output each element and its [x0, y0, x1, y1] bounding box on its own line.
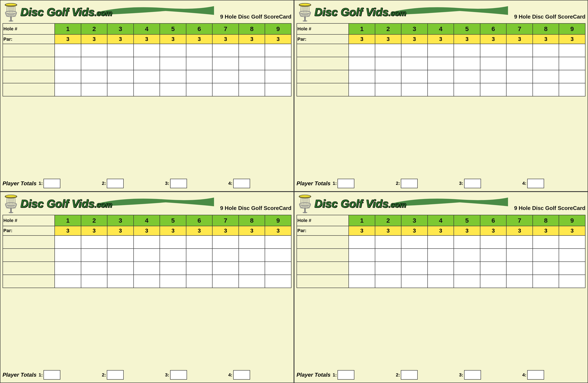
- score-r3-h5[interactable]: [160, 70, 186, 83]
- score-r1-h2[interactable]: [375, 236, 401, 249]
- score-r3-h6[interactable]: [186, 70, 212, 83]
- score-r4-h6[interactable]: [186, 275, 212, 288]
- score-r2-h3[interactable]: [107, 57, 134, 70]
- score-r2-h6[interactable]: [186, 57, 212, 70]
- score-r4-h2[interactable]: [81, 83, 107, 96]
- score-r4-h9[interactable]: [559, 275, 585, 288]
- score-r2-h8[interactable]: [533, 249, 559, 262]
- player-total-box-1[interactable]: [43, 179, 60, 188]
- score-r2-h4[interactable]: [428, 249, 454, 262]
- score-r1-h3[interactable]: [107, 44, 134, 57]
- score-r1-h7[interactable]: [212, 236, 239, 249]
- score-r3-h2[interactable]: [81, 262, 107, 275]
- score-r4-h8[interactable]: [533, 275, 559, 288]
- score-r2-h2[interactable]: [81, 249, 107, 262]
- score-r3-h5[interactable]: [160, 262, 186, 275]
- score-r4-h9[interactable]: [559, 83, 585, 96]
- player-total-box-2[interactable]: [107, 370, 124, 380]
- score-r2-h7[interactable]: [506, 57, 533, 70]
- score-r2-h3[interactable]: [401, 57, 428, 70]
- score-r4-h7[interactable]: [212, 83, 239, 96]
- score-r1-h7[interactable]: [506, 44, 533, 57]
- score-r3-h3[interactable]: [107, 70, 134, 83]
- score-r1-h9[interactable]: [559, 44, 585, 57]
- score-r2-h9[interactable]: [559, 249, 585, 262]
- score-r3-h1[interactable]: [349, 70, 375, 83]
- score-r1-h5[interactable]: [160, 44, 186, 57]
- score-r3-h6[interactable]: [186, 262, 212, 275]
- player-total-box-1[interactable]: [337, 179, 354, 188]
- score-r4-h3[interactable]: [401, 83, 428, 96]
- score-r1-h1[interactable]: [349, 236, 375, 249]
- score-r3-h2[interactable]: [375, 70, 401, 83]
- score-r2-h2[interactable]: [375, 249, 401, 262]
- score-r2-h3[interactable]: [401, 249, 428, 262]
- score-r4-h3[interactable]: [401, 275, 428, 288]
- score-r3-h6[interactable]: [480, 262, 506, 275]
- score-r2-h6[interactable]: [480, 57, 506, 70]
- score-r4-h8[interactable]: [533, 83, 559, 96]
- score-r4-h4[interactable]: [134, 275, 160, 288]
- score-r3-h6[interactable]: [480, 70, 506, 83]
- score-r2-h5[interactable]: [454, 57, 480, 70]
- score-r2-h1[interactable]: [55, 249, 81, 262]
- score-r2-h2[interactable]: [375, 57, 401, 70]
- player-total-box-4[interactable]: [527, 370, 544, 380]
- score-r3-h7[interactable]: [212, 70, 239, 83]
- player-total-box-2[interactable]: [401, 179, 418, 188]
- score-r3-h9[interactable]: [265, 262, 291, 275]
- score-r4-h7[interactable]: [506, 83, 533, 96]
- score-r1-h6[interactable]: [186, 236, 212, 249]
- score-r4-h5[interactable]: [454, 275, 480, 288]
- score-r3-h9[interactable]: [265, 70, 291, 83]
- score-r2-h1[interactable]: [55, 57, 81, 70]
- player-total-box-4[interactable]: [233, 370, 250, 380]
- score-r4-h2[interactable]: [375, 83, 401, 96]
- score-r4-h1[interactable]: [349, 275, 375, 288]
- player-total-box-1[interactable]: [337, 370, 354, 380]
- score-r1-h3[interactable]: [401, 236, 428, 249]
- score-r2-h6[interactable]: [480, 249, 506, 262]
- score-r1-h8[interactable]: [533, 236, 559, 249]
- score-r2-h7[interactable]: [506, 249, 533, 262]
- score-r2-h3[interactable]: [107, 249, 134, 262]
- score-r3-h3[interactable]: [401, 70, 428, 83]
- score-r4-h9[interactable]: [265, 275, 291, 288]
- score-r4-h7[interactable]: [506, 275, 533, 288]
- score-r1-h4[interactable]: [134, 44, 160, 57]
- score-r3-h8[interactable]: [533, 70, 559, 83]
- score-r1-h1[interactable]: [55, 44, 81, 57]
- score-r4-h5[interactable]: [160, 83, 186, 96]
- score-r1-h3[interactable]: [401, 44, 428, 57]
- score-r3-h4[interactable]: [134, 262, 160, 275]
- score-r4-h5[interactable]: [160, 275, 186, 288]
- score-r3-h2[interactable]: [375, 262, 401, 275]
- score-r3-h1[interactable]: [55, 262, 81, 275]
- score-r4-h4[interactable]: [428, 83, 454, 96]
- score-r2-h2[interactable]: [81, 57, 107, 70]
- score-r1-h5[interactable]: [454, 44, 480, 57]
- score-r1-h8[interactable]: [239, 236, 265, 249]
- score-r1-h9[interactable]: [559, 236, 585, 249]
- score-r3-h7[interactable]: [212, 262, 239, 275]
- score-r1-h6[interactable]: [480, 236, 506, 249]
- score-r2-h7[interactable]: [212, 57, 239, 70]
- score-r4-h6[interactable]: [480, 83, 506, 96]
- score-r2-h4[interactable]: [134, 57, 160, 70]
- player-total-box-1[interactable]: [43, 370, 60, 380]
- score-r3-h4[interactable]: [428, 70, 454, 83]
- score-r1-h6[interactable]: [186, 44, 212, 57]
- score-r4-h6[interactable]: [480, 275, 506, 288]
- score-r1-h4[interactable]: [428, 236, 454, 249]
- score-r2-h6[interactable]: [186, 249, 212, 262]
- score-r4-h8[interactable]: [239, 83, 265, 96]
- score-r2-h9[interactable]: [265, 249, 291, 262]
- score-r3-h8[interactable]: [533, 262, 559, 275]
- score-r4-h6[interactable]: [186, 83, 212, 96]
- score-r3-h5[interactable]: [454, 70, 480, 83]
- score-r1-h8[interactable]: [239, 44, 265, 57]
- score-r3-h2[interactable]: [81, 70, 107, 83]
- score-r4-h1[interactable]: [349, 83, 375, 96]
- score-r1-h4[interactable]: [134, 236, 160, 249]
- player-total-box-3[interactable]: [464, 179, 481, 188]
